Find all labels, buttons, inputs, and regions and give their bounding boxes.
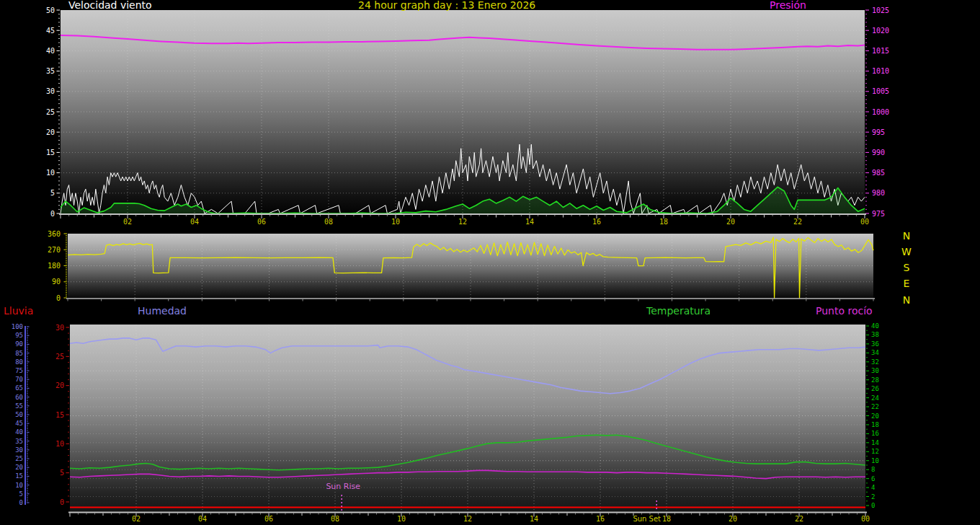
tick-label: 35 [15,438,23,445]
tick-label: 14 [871,439,879,446]
humidity-axis-line [24,326,26,505]
tick-label: 24 [871,394,879,402]
rain-label: Lluvia [4,306,33,317]
tick-label: 40 [46,47,55,55]
tick-label: 55 [15,402,23,410]
compass-label: S [904,262,910,273]
humidity-temperature-panel: 0510152025303540455055606570758085909510… [12,322,879,523]
tick-label: 1010 [872,67,889,75]
tick-label: 95 [15,332,23,339]
tick-label: 10 [46,169,55,177]
tick-label: 60 [15,394,23,401]
pressure-title: Presión [770,0,806,11]
tick-label: 02 [123,218,132,226]
charts-canvas: 0510152025303540455097598098599099510001… [0,0,980,525]
tick-label: 50 [15,411,23,418]
compass-label: N [903,294,910,306]
tick-label: 15 [46,149,55,156]
tick-label: 6 [871,475,875,482]
tick-label: 34 [871,349,879,356]
tick-label: 50 [46,6,55,14]
tick-label: 5 [50,189,55,197]
tick-label: 06 [257,218,266,226]
tick-label: 28 [871,376,879,384]
tick-label: 10 [391,218,400,226]
tick-label: 1015 [872,47,889,55]
tick-label: 5 [19,490,23,498]
tick-label: 04 [190,218,199,226]
tick-label: 16 [871,430,879,437]
tick-label: 1000 [872,108,889,116]
tick-label: 10 [15,482,23,489]
tick-label: 00 [861,515,870,523]
tick-label: 8 [871,466,875,473]
compass-label: E [904,278,910,289]
tick-label: 30 [15,446,23,454]
wind-speed-title: Velocidad viento [68,0,152,11]
tick-label: 14 [525,218,534,226]
weather-station-daily-graph: 0510152025303540455097598098599099510001… [0,0,980,525]
tick-label: 10 [397,515,406,523]
tick-label: 12 [458,218,467,226]
tick-label: 18 [662,515,671,523]
tick-label: 75 [15,367,23,374]
tick-label: 02 [132,515,141,523]
tick-label: 10 [871,457,879,464]
tick-label: 20 [46,128,55,136]
tick-label: 30 [55,324,64,332]
tick-label: 70 [15,376,23,383]
sun-set-text: Sun Set [633,515,661,523]
temperature-label: Temperatura [646,306,710,317]
tick-label: 4 [871,484,875,491]
tick-label: 5 [60,469,64,477]
tick-label: 20 [729,515,737,523]
tick-label: 25 [46,108,55,116]
sun-rise-text: Sun Rise [326,482,360,491]
tick-label: 80 [15,358,23,366]
tick-label: 990 [872,149,885,156]
tick-label: 1005 [872,87,889,95]
dew-point-label: Punto rocío [816,306,873,317]
tick-label: 26 [871,385,879,392]
tick-label: 15 [15,472,23,480]
tick-label: 22 [871,403,879,410]
tick-label: 0 [50,210,55,218]
tick-label: 1025 [872,6,889,14]
tick-label: 45 [15,420,23,427]
tick-label: 22 [795,515,803,523]
tick-label: 18 [871,421,879,428]
tick-label: 995 [872,128,885,136]
tick-label: 20 [726,218,735,226]
tick-label: 45 [46,27,55,35]
tick-label: 20 [15,464,23,471]
tick-label: 985 [872,169,885,177]
humidity-label: Humedad [138,306,187,317]
tick-label: 14 [530,515,538,523]
tick-label: 90 [15,340,23,348]
tick-label: 25 [55,353,64,361]
tick-label: 16 [592,218,601,226]
page-title: 24 hour graph day : 13 Enero 2026 [358,0,535,11]
tick-label: 20 [55,381,64,389]
tick-label: 08 [331,515,339,523]
tick-label: 06 [264,515,273,523]
compass-label: N [903,230,910,242]
tick-label: 30 [871,367,879,374]
tick-label: 40 [871,322,879,330]
tick-label: 15 [55,411,64,419]
tick-label: 980 [872,189,885,197]
tick-label: 90 [52,278,61,286]
tick-label: 360 [48,230,61,238]
tick-label: 36 [871,340,879,348]
tick-label: 18 [659,218,668,226]
tick-label: 08 [324,218,333,226]
tick-label: 25 [15,455,23,462]
tick-label: 04 [198,515,207,523]
tick-label: 85 [15,350,23,357]
tick-label: 0 [56,294,61,302]
tick-label: 16 [596,515,605,523]
tick-label: 38 [871,331,879,338]
tick-label: 10 [55,440,64,448]
tick-label: 2 [871,493,875,500]
tick-label: 00 [860,218,869,226]
